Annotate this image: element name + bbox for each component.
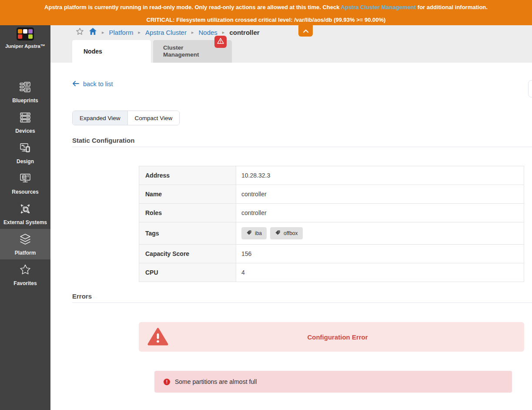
section-divider [72, 147, 532, 147]
chevron-up-icon [303, 27, 309, 35]
platform-icon [19, 233, 32, 248]
sidebar: Juniper Apstra™ Blueprints Devices [0, 25, 50, 410]
star-icon[interactable] [76, 27, 84, 37]
resources-icon [19, 172, 32, 187]
banner-collapse-button[interactable] [298, 25, 313, 37]
devices-icon [19, 111, 32, 126]
brand-name: Juniper Apstra™ [5, 44, 45, 49]
main-content: back to list Expanded View Compact View … [50, 63, 532, 410]
sidebar-item-favorites[interactable]: Favorites [0, 259, 50, 290]
view-toggle-group: Expanded View Compact View [72, 111, 180, 125]
readonly-warning-banner: Apstra platform is currently running in … [0, 0, 532, 25]
partial-edge-button[interactable] [528, 80, 532, 97]
tag-label: iba [255, 230, 262, 236]
partitions-alert: ! Some partitions are almost full [154, 371, 512, 393]
logo-tile [28, 29, 33, 34]
arrow-left-icon [72, 81, 79, 87]
static-configuration-heading: Static Configuration [72, 137, 134, 144]
row-value: 156 [236, 245, 524, 263]
warning-triangle-icon [217, 38, 224, 46]
errors-heading: Errors [72, 292, 92, 300]
sidebar-item-label: Platform [15, 250, 36, 256]
table-row-cpu: CPU 4 [139, 263, 524, 282]
compact-view-button[interactable]: Compact View [127, 111, 180, 125]
partitions-alert-text: Some partitions are almost full [175, 378, 257, 385]
table-row-roles: Roles controller [139, 204, 524, 222]
row-label: Tags [139, 222, 236, 244]
sidebar-item-resources[interactable]: Resources [0, 168, 50, 198]
design-icon [19, 141, 32, 156]
breadcrumb-current-controller: controller [229, 29, 259, 36]
blueprints-icon [19, 81, 32, 95]
sidebar-item-label: External Systems [3, 219, 47, 225]
table-row-name: Name controller [139, 185, 524, 204]
breadcrumb-nodes[interactable]: Nodes [199, 29, 217, 36]
breadcrumb-separator-icon: ▸ [222, 30, 225, 35]
section-divider [72, 302, 532, 303]
compact-view-label: Compact View [135, 115, 173, 121]
row-value-tags: iba offbox [236, 222, 524, 244]
sidebar-item-label: Resources [12, 189, 38, 195]
row-value: 4 [236, 263, 524, 282]
banner-line-critical: CRITICAL: Filesystem utilization crossed… [0, 17, 532, 24]
back-to-list-label: back to list [83, 81, 113, 87]
tag-icon [275, 230, 281, 237]
banner-line-1: Apstra platform is currently running in … [0, 4, 532, 11]
tag-label: offbox [284, 230, 298, 236]
logo-tile [18, 29, 22, 34]
logo-tile [23, 29, 27, 34]
logo-tile [28, 34, 33, 39]
row-label: Roles [139, 204, 236, 222]
banner-text-pre: Apstra platform is currently running in … [44, 4, 339, 10]
configuration-error-title: Configuration Error [177, 333, 498, 341]
tab-warning-badge[interactable] [214, 36, 227, 48]
row-label: Address [139, 166, 236, 185]
table-row-tags: Tags iba offbox [139, 222, 524, 245]
expanded-view-label: Expanded View [80, 115, 120, 121]
logo-tile [23, 34, 27, 39]
cluster-management-link[interactable]: Apstra Cluster Management [341, 4, 416, 10]
tag-chip-offbox[interactable]: offbox [270, 227, 302, 239]
table-row-capacity-score: Capacity Score 156 [139, 245, 524, 263]
favorites-icon [19, 263, 32, 278]
configuration-error-banner: Configuration Error [139, 322, 524, 352]
tab-label: Cluster Management [163, 44, 211, 58]
breadcrumb-separator-icon: ▸ [102, 30, 104, 35]
tab-nodes[interactable]: Nodes [72, 40, 151, 63]
back-to-list-link[interactable]: back to list [72, 81, 113, 87]
exclamation-circle-icon: ! [164, 379, 170, 385]
row-label: CPU [139, 263, 236, 282]
tab-label: Nodes [84, 48, 151, 55]
warning-triangle-icon [139, 328, 177, 346]
juniper-apstra-logo [17, 27, 34, 40]
sidebar-item-label: Design [17, 158, 34, 165]
sidebar-item-devices[interactable]: Devices [0, 107, 50, 138]
row-label: Capacity Score [139, 245, 236, 263]
row-label: Name [139, 185, 236, 203]
breadcrumb: ▸ Platform ▸ Apstra Cluster ▸ Nodes ▸ co… [76, 25, 260, 39]
static-configuration-table: Address 10.28.32.3 Name controller Roles… [139, 166, 524, 282]
sidebar-item-design[interactable]: Design [0, 138, 50, 168]
sidebar-item-label: Devices [15, 128, 35, 134]
sidebar-item-external-systems[interactable]: External Systems [0, 198, 50, 229]
logo-tile [18, 34, 22, 39]
breadcrumb-apstra-cluster[interactable]: Apstra Cluster [145, 29, 187, 36]
breadcrumb-separator-icon: ▸ [138, 30, 141, 35]
home-icon[interactable] [89, 27, 97, 37]
breadcrumb-separator-icon: ▸ [191, 30, 194, 35]
row-value: controller [236, 204, 524, 222]
tag-icon [246, 230, 252, 237]
external-systems-icon [19, 202, 32, 217]
brand[interactable]: Juniper Apstra™ [0, 25, 50, 49]
page-header: ▸ Platform ▸ Apstra Cluster ▸ Nodes ▸ co… [50, 25, 532, 63]
banner-text-post: for additional information. [418, 4, 488, 10]
sidebar-nav: Blueprints Devices Design [0, 77, 50, 290]
table-row-address: Address 10.28.32.3 [139, 166, 524, 185]
sidebar-item-blueprints[interactable]: Blueprints [0, 77, 50, 107]
tag-chip-iba[interactable]: iba [241, 227, 267, 239]
breadcrumb-platform[interactable]: Platform [109, 29, 134, 36]
expanded-view-button[interactable]: Expanded View [73, 111, 127, 125]
sidebar-item-platform[interactable]: Platform [0, 229, 50, 259]
row-value: 10.28.32.3 [236, 166, 524, 185]
sidebar-item-label: Blueprints [12, 97, 38, 104]
